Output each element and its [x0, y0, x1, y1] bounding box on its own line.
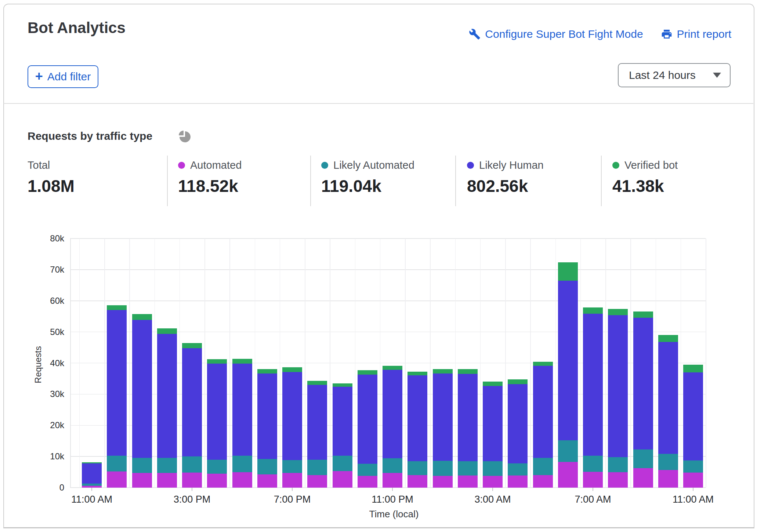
bar-segment-verified-bot	[307, 381, 327, 385]
stat-likely-human-value: 802.56k	[467, 176, 544, 196]
stat-total-label: Total	[28, 159, 50, 171]
bar-segment-automated	[458, 475, 478, 488]
bar-11-00-am[interactable]	[82, 462, 102, 488]
bar-segment-automated	[132, 473, 152, 488]
bar-segment-verified-bot	[658, 335, 678, 342]
x-gridline	[656, 238, 656, 488]
bar-10-00-am[interactable]	[658, 335, 678, 488]
bar-segment-automated	[333, 471, 352, 488]
bar-6-00-pm[interactable]	[257, 369, 277, 488]
bar-2-00-am[interactable]	[458, 369, 478, 488]
bar-segment-verified-bot	[182, 343, 202, 348]
stat-likely-human-label: Likely Human	[479, 159, 544, 171]
bar-segment-verified-bot	[257, 369, 277, 374]
bar-segment-likely-human	[658, 342, 678, 454]
bar-segment-verified-bot	[458, 369, 478, 374]
y-tick-label: 70k	[28, 264, 64, 275]
bar-7-00-pm[interactable]	[282, 367, 302, 488]
x-axis-tick	[91, 488, 92, 491]
bar-segment-likely-human	[182, 348, 202, 456]
likely-human-legend-dot	[467, 162, 474, 169]
bar-9-00-pm[interactable]	[333, 383, 352, 488]
bar-6-00-am[interactable]	[558, 262, 578, 488]
stat-verified-bot[interactable]: Verified bot 41.38k	[612, 158, 678, 196]
stat-automated[interactable]: Automated 118.52k	[178, 158, 242, 196]
x-gridline	[530, 238, 531, 488]
bar-segment-likely-automated	[307, 460, 327, 475]
y-tick-label: 0	[28, 482, 64, 493]
time-range-select[interactable]: Last 24 hours	[618, 63, 731, 87]
y-tick-label: 20k	[28, 420, 64, 431]
bar-segment-verified-bot	[483, 382, 503, 386]
x-gridline	[405, 238, 406, 488]
bar-11-00-pm[interactable]	[383, 366, 402, 488]
x-axis-tick	[292, 488, 293, 491]
bar-segment-verified-bot	[157, 328, 177, 334]
x-tick-label: 3:00 PM	[159, 494, 225, 505]
x-gridline	[681, 238, 681, 488]
bar-7-00-am[interactable]	[583, 307, 603, 488]
verified-bot-legend-dot	[612, 162, 619, 169]
bar-10-00-pm[interactable]	[358, 370, 377, 488]
print-report-link[interactable]: Print report	[661, 28, 731, 40]
stat-total-value: 1.08M	[28, 176, 75, 196]
bar-segment-likely-automated	[483, 461, 503, 476]
x-gridline	[580, 238, 581, 488]
bar-segment-likely-automated	[608, 457, 628, 473]
bar-segment-automated	[182, 473, 202, 488]
bar-1-00-pm[interactable]	[132, 314, 152, 488]
bar-12-00-am[interactable]	[408, 372, 427, 488]
bar-1-00-am[interactable]	[433, 369, 453, 488]
printer-icon	[661, 28, 673, 40]
bar-9-00-am[interactable]	[633, 311, 653, 488]
bar-segment-verified-bot	[533, 362, 553, 366]
bar-segment-verified-bot	[583, 307, 603, 314]
stat-likely-human[interactable]: Likely Human 802.56k	[467, 158, 544, 196]
bar-segment-automated	[683, 473, 703, 488]
x-gridline	[555, 238, 556, 488]
automated-legend-dot	[178, 162, 185, 169]
header-actions: Configure Super Bot Fight Mode Print rep…	[469, 28, 731, 40]
bar-segment-likely-human	[533, 366, 553, 458]
add-filter-button[interactable]: + Add filter	[28, 65, 98, 88]
bar-segment-automated	[232, 472, 252, 488]
bar-5-00-am[interactable]	[533, 362, 553, 488]
bar-segment-verified-bot	[558, 262, 578, 281]
bar-3-00-pm[interactable]	[182, 343, 202, 488]
bar-segment-likely-automated	[207, 460, 227, 474]
bar-segment-likely-human	[207, 364, 227, 459]
pie-icon-slice	[179, 131, 184, 135]
bar-5-00-pm[interactable]	[232, 359, 252, 488]
bar-segment-likely-human	[433, 374, 453, 461]
x-gridline	[104, 238, 105, 488]
stat-divider	[167, 156, 168, 206]
bar-8-00-am[interactable]	[608, 309, 628, 488]
bar-segment-automated	[533, 475, 553, 488]
bar-4-00-am[interactable]	[508, 379, 528, 488]
pie-chart-icon	[179, 131, 191, 142]
bar-segment-verified-bot	[107, 305, 127, 310]
bar-segment-likely-automated	[157, 458, 177, 473]
x-axis-tick	[492, 488, 493, 491]
x-gridline	[79, 238, 80, 488]
configure-link-label: Configure Super Bot Fight Mode	[485, 28, 643, 40]
bar-4-00-pm[interactable]	[207, 359, 227, 488]
bar-segment-verified-bot	[232, 359, 252, 364]
bar-3-00-am[interactable]	[483, 382, 503, 488]
bar-segment-likely-human	[458, 374, 478, 461]
bar-segment-automated	[383, 473, 402, 488]
x-axis-tick	[693, 488, 693, 491]
bar-11-00-am[interactable]	[683, 365, 703, 488]
bar-segment-automated	[358, 476, 377, 488]
configure-super-bot-fight-mode-link[interactable]: Configure Super Bot Fight Mode	[469, 28, 643, 40]
bar-segment-automated	[608, 472, 628, 488]
bar-12-00-pm[interactable]	[107, 305, 127, 488]
bar-segment-automated	[282, 473, 302, 488]
y-axis-title: Requests	[33, 346, 43, 383]
bar-8-00-pm[interactable]	[307, 381, 327, 488]
bar-2-00-pm[interactable]	[157, 328, 177, 488]
stat-likely-automated[interactable]: Likely Automated 119.04k	[321, 158, 414, 196]
bar-segment-likely-human	[608, 315, 628, 457]
bar-segment-likely-human	[508, 384, 528, 463]
x-gridline	[129, 238, 130, 488]
